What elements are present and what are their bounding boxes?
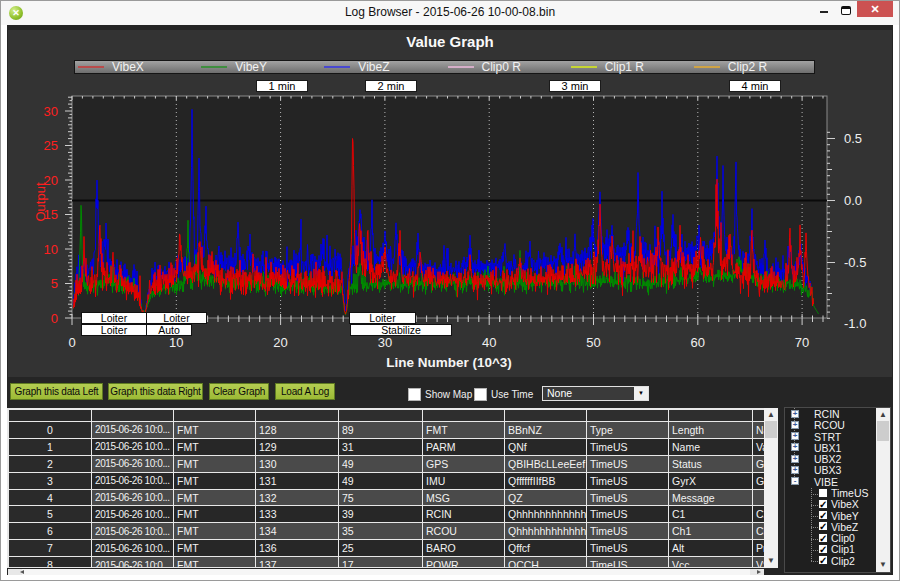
svg-text:0.0: 0.0 [844,193,862,208]
svg-text:40: 40 [482,335,496,350]
svg-text:30: 30 [378,335,392,350]
svg-text:25: 25 [44,138,58,153]
svg-text:-1.0: -1.0 [844,316,866,331]
svg-text:70: 70 [795,335,809,350]
svg-text:20: 20 [273,335,287,350]
svg-text:30: 30 [44,104,58,119]
svg-text:10: 10 [44,242,58,257]
svg-text:Line Number (10^3): Line Number (10^3) [386,355,512,370]
svg-text:0: 0 [68,335,75,350]
svg-text:0: 0 [51,311,58,326]
svg-text:5: 5 [51,276,58,291]
svg-text:0.5: 0.5 [844,131,862,146]
svg-text:60: 60 [691,335,705,350]
svg-text:Output: Output [33,182,48,221]
svg-text:10: 10 [169,335,183,350]
svg-text:-0.5: -0.5 [844,255,866,270]
svg-text:50: 50 [586,335,600,350]
